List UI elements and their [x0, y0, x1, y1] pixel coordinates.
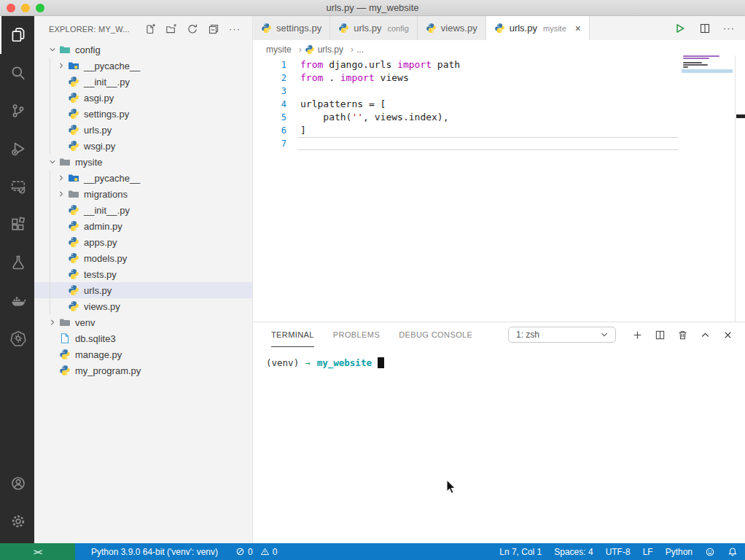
activity-item-kubernetes[interactable]: [0, 319, 34, 357]
problems-summary[interactable]: 0 0: [231, 547, 277, 557]
tab-description: mysite: [543, 24, 566, 33]
tree-item-admin-py[interactable]: admin.py: [34, 218, 252, 234]
tree-item-config[interactable]: config: [34, 42, 252, 58]
explorer-icon: [10, 27, 26, 43]
status-notifications[interactable]: [728, 547, 738, 557]
status-indentation[interactable]: Spaces: 4: [554, 547, 593, 557]
tree-item-asgi-py[interactable]: asgi.py: [34, 90, 252, 106]
tree-item-label: urls.py: [84, 285, 112, 296]
close-window-button[interactable]: [7, 4, 15, 12]
code-editor[interactable]: 1234567 from django.urls import pathfrom…: [253, 58, 745, 322]
status-encoding[interactable]: UTF-8: [606, 547, 631, 557]
python-icon: [59, 365, 71, 376]
refresh-explorer-button[interactable]: [185, 22, 200, 36]
activity-item-search[interactable]: [0, 54, 34, 92]
minimap[interactable]: [682, 55, 735, 322]
testing-icon: [10, 254, 26, 271]
activity-item-docker[interactable]: [0, 281, 34, 319]
python-icon: [68, 300, 79, 312]
activity-item-run-debug[interactable]: [0, 130, 34, 168]
tree-item-models-py[interactable]: models.py: [34, 250, 252, 266]
activity-item-extensions[interactable]: [0, 206, 34, 244]
status-bar: >< Python 3.9.0 64-bit ('venv': venv) 0 …: [0, 543, 745, 560]
tree-item-settings-py[interactable]: settings.py: [34, 106, 252, 122]
tree-item-migrations[interactable]: migrations: [34, 186, 252, 202]
breadcrumb-item-mysite[interactable]: mysite: [266, 44, 302, 55]
breadcrumb-item-[interactable]: ...: [356, 44, 364, 55]
status-cursor-position[interactable]: Ln 7, Col 1: [499, 547, 542, 557]
chevron-right-icon[interactable]: [55, 172, 67, 184]
tree-item-mysite[interactable]: mysite: [34, 154, 252, 170]
activity-item-remote-explorer[interactable]: [0, 168, 34, 206]
scrollbar-thumb[interactable]: [736, 114, 745, 118]
tree-item-label: __init__.py: [84, 205, 130, 216]
code-content: from django.urls import pathfrom . impor…: [300, 58, 679, 150]
status-feedback[interactable]: [705, 547, 715, 557]
new-folder-button[interactable]: [164, 22, 179, 36]
tree-item-venv[interactable]: venv: [34, 314, 252, 330]
python-icon: [68, 236, 79, 248]
collapse-folders-button[interactable]: [206, 22, 221, 36]
tree-item-init-py[interactable]: __init__.py: [34, 74, 252, 90]
tree-item-manage-py[interactable]: manage.py: [34, 346, 252, 362]
tree-item-pycache[interactable]: __pycache__: [34, 170, 252, 186]
breadcrumb-item-urls-py[interactable]: urls.py: [305, 44, 354, 55]
split-terminal-button[interactable]: [655, 330, 666, 341]
activity-item-testing[interactable]: [0, 244, 34, 281]
python-interpreter[interactable]: Python 3.9.0 64-bit ('venv': venv): [91, 547, 218, 557]
status-eol[interactable]: LF: [643, 547, 653, 557]
close-tab-icon[interactable]: ×: [575, 23, 581, 34]
chevron-spacer: [55, 108, 67, 120]
tree-item-views-py[interactable]: views.py: [34, 298, 252, 314]
terminal-shell-select[interactable]: 1: zsh: [508, 327, 616, 343]
chevron-spacer: [55, 268, 67, 280]
tab-views-py[interactable]: views.py: [418, 16, 486, 40]
more-actions-button[interactable]: ···: [227, 22, 242, 36]
tree-item-wsgi-py[interactable]: wsgi.py: [34, 138, 252, 154]
settings-icon: [10, 513, 26, 529]
panel-tab-terminal[interactable]: TERMINAL: [271, 322, 314, 347]
more-editor-actions[interactable]: ···: [723, 23, 735, 34]
chevron-down-icon[interactable]: [47, 44, 58, 55]
panel-tab-problems[interactable]: PROBLEMS: [333, 322, 380, 347]
tree-item-db-sqlite3[interactable]: db.sqlite3: [34, 330, 252, 346]
run-python-file-button[interactable]: [672, 21, 687, 36]
tree-item-label: wsgi.py: [84, 141, 115, 152]
activity-item-settings[interactable]: [0, 502, 34, 540]
zoom-window-button[interactable]: [36, 4, 44, 12]
tree-item-my-program-py[interactable]: my_program.py: [34, 362, 252, 378]
minimize-window-button[interactable]: [21, 4, 30, 12]
chevron-spacer: [55, 252, 67, 264]
terminal-output[interactable]: (venv) → my_website: [253, 347, 745, 368]
tree-item-pycache[interactable]: __pycache__: [34, 58, 252, 74]
panel-tab-debug-console[interactable]: DEBUG CONSOLE: [399, 322, 472, 347]
close-panel-button[interactable]: [722, 330, 733, 341]
tab-urls-py-config[interactable]: urls.pyconfig: [330, 16, 418, 40]
tab-urls-py-mysite[interactable]: urls.pymysite×: [486, 16, 590, 40]
tab-settings-py[interactable]: settings.py: [253, 16, 330, 40]
status-language-mode[interactable]: Python: [666, 547, 693, 557]
tree-item-urls-py[interactable]: urls.py: [34, 122, 252, 138]
tree-item-init-py[interactable]: __init__.py: [34, 202, 252, 218]
activity-item-explorer[interactable]: [0, 16, 34, 54]
chevron-right-icon: [57, 190, 66, 198]
chevron-right-icon[interactable]: [55, 188, 67, 200]
remote-indicator[interactable]: ><: [0, 543, 75, 560]
activity-item-account[interactable]: [0, 464, 34, 502]
maximize-panel-button[interactable]: [700, 330, 711, 341]
tree-item-urls-py[interactable]: urls.py: [34, 282, 252, 298]
chevron-right-icon[interactable]: [47, 316, 58, 328]
tree-item-label: my_program.py: [75, 365, 141, 376]
kill-terminal-button[interactable]: [677, 330, 688, 341]
chevron-right-icon[interactable]: [55, 60, 67, 71]
split-editor-button[interactable]: [698, 21, 712, 36]
tree-item-tests-py[interactable]: tests.py: [34, 266, 252, 282]
chevron-down-icon[interactable]: [47, 156, 58, 168]
chevron-spacer: [55, 124, 67, 136]
code-line-2: from . import views: [300, 71, 679, 85]
docker-icon: [10, 292, 26, 308]
tree-item-apps-py[interactable]: apps.py: [34, 234, 252, 250]
activity-item-source-control[interactable]: [0, 92, 34, 130]
new-file-button[interactable]: [143, 22, 157, 36]
new-terminal-button[interactable]: [632, 330, 643, 341]
